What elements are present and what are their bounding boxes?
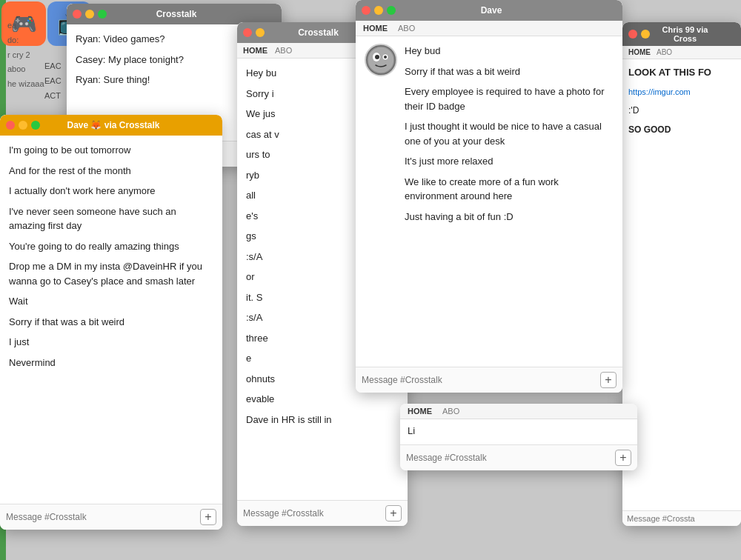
center-messages: Hey bud Sorry if that was a bit weird Ev… bbox=[356, 36, 622, 367]
bottom-plus[interactable]: + bbox=[615, 450, 631, 466]
mid-msg-16: evable bbox=[246, 392, 399, 407]
chris-msg-0: LOOK AT THIS FO bbox=[628, 65, 735, 80]
mid-input[interactable] bbox=[243, 508, 385, 519]
center-window: Dave HOME ABO Hey bud bbox=[356, 0, 622, 393]
close-btn-mid[interactable] bbox=[243, 28, 252, 37]
chris-window: Chris 99 via Cross HOME ABO LOOK AT THIS… bbox=[622, 22, 741, 526]
ryan-casey-titlebar: Crosstalk bbox=[67, 4, 282, 24]
dave-msg-3: I've never seen someone have such an ama… bbox=[9, 204, 213, 233]
center-msg-1: Sorry if that was a bit weird bbox=[405, 64, 614, 79]
nav-home-center[interactable]: HOME bbox=[363, 24, 388, 33]
dave-msg-2: I actually don't work here anymore bbox=[9, 184, 213, 199]
center-msg-4: It's just more relaxed bbox=[405, 154, 614, 169]
close-btn-dave[interactable] bbox=[6, 121, 15, 130]
mid-input-row: + bbox=[237, 500, 408, 526]
bottom-nav: HOME ABO bbox=[400, 404, 637, 419]
center-msg-6: Just having a bit of fun :D bbox=[405, 210, 614, 224]
min-btn-ryan[interactable] bbox=[85, 10, 94, 19]
avatar bbox=[365, 44, 397, 76]
close-btn-chris[interactable] bbox=[628, 30, 637, 39]
min-btn-center[interactable] bbox=[374, 6, 383, 15]
nav-abo-chris[interactable]: ABO bbox=[657, 48, 672, 56]
dave-msg-7: Sorry if that was a bit weird bbox=[9, 315, 213, 330]
chris-msg-3: SO GOOD bbox=[628, 123, 735, 136]
chris-title: Chris 99 via Cross bbox=[650, 25, 720, 43]
mid-msg-17: Dave in HR is still in bbox=[246, 413, 399, 427]
dave-input[interactable] bbox=[6, 512, 200, 522]
nav-abo-bottom[interactable]: ABO bbox=[442, 407, 459, 416]
eac-label-2: EAC bbox=[44, 74, 62, 89]
center-input-row: + bbox=[356, 367, 622, 393]
dave-msg-1: And for the rest of the month bbox=[9, 164, 213, 179]
max-btn-ryan[interactable] bbox=[98, 10, 107, 19]
center-plus[interactable]: + bbox=[600, 372, 617, 388]
min-btn-chris[interactable] bbox=[641, 30, 650, 39]
center-msg-3: I just thought it would be nice to have … bbox=[405, 119, 614, 148]
ryan-casey-title: Crosstalk bbox=[107, 9, 246, 19]
center-nav: HOME ABO bbox=[356, 21, 622, 36]
dave-plus[interactable]: + bbox=[200, 509, 216, 525]
dave-msg-9: Nevermind bbox=[9, 356, 213, 370]
window-controls-chris[interactable] bbox=[628, 30, 650, 39]
center-msg-0: Hey bud bbox=[405, 44, 614, 59]
dave-msg-4: You're going to do really amazing things bbox=[9, 239, 213, 254]
nav-abo-center[interactable]: ABO bbox=[398, 24, 415, 33]
svg-point-0 bbox=[368, 47, 394, 73]
nav-abo-mid[interactable]: ABO bbox=[275, 46, 292, 55]
center-title: Dave bbox=[396, 5, 587, 16]
bottom-input[interactable] bbox=[406, 453, 615, 463]
bottom-input-row: + bbox=[400, 444, 637, 470]
close-btn-center[interactable] bbox=[362, 6, 370, 15]
nav-home-bottom[interactable]: HOME bbox=[408, 407, 432, 416]
max-btn-center[interactable] bbox=[387, 6, 396, 15]
dave-messages: I'm going to be out tomorrow And for the… bbox=[0, 136, 222, 504]
center-msg-5: We like to create more of a fun work env… bbox=[405, 175, 614, 204]
dave-msg-8: I just bbox=[9, 335, 213, 350]
min-btn-dave[interactable] bbox=[19, 121, 27, 130]
min-btn-mid[interactable] bbox=[256, 28, 265, 37]
chris-titlebar: Chris 99 via Cross bbox=[622, 22, 741, 46]
close-btn-ryan[interactable] bbox=[73, 10, 82, 19]
eac-label-1: EAC bbox=[44, 59, 62, 74]
dave-msg-5: Drop me a DM in my insta @DaveinHR if yo… bbox=[9, 259, 213, 288]
max-btn-dave[interactable] bbox=[31, 121, 40, 130]
nav-home-chris[interactable]: HOME bbox=[628, 48, 651, 56]
bg-text: ea do: r cry 2 aboo he wizaaa bbox=[7, 19, 44, 92]
window-controls-center[interactable] bbox=[362, 6, 396, 15]
center-msg-with-avatar: Hey bud Sorry if that was a bit weird Ev… bbox=[365, 44, 614, 230]
mid-plus[interactable]: + bbox=[385, 505, 402, 521]
window-controls[interactable] bbox=[73, 10, 107, 19]
chris-msg-2: :'D bbox=[628, 104, 735, 117]
act-label: ACT bbox=[44, 89, 62, 104]
bottom-messages: Li Ex bbox=[400, 419, 637, 444]
dave-msg-6: Wait bbox=[9, 294, 213, 309]
nav-home-mid[interactable]: HOME bbox=[243, 46, 268, 55]
center-msg-2: Every employee is required to have a pho… bbox=[405, 84, 614, 113]
svg-point-4 bbox=[384, 56, 387, 59]
window-controls-dave[interactable] bbox=[6, 121, 40, 130]
dave-input-row: + bbox=[0, 504, 222, 530]
dave-title: Dave 🦊 via Crosstalk bbox=[40, 120, 187, 130]
window-controls-mid[interactable] bbox=[243, 28, 265, 37]
dave-window: Dave 🦊 via Crosstalk I'm going to be out… bbox=[0, 115, 222, 530]
bottom-msg-0: Li bbox=[408, 424, 630, 439]
chris-input[interactable] bbox=[627, 514, 737, 523]
chris-input-row bbox=[622, 510, 741, 526]
dave-msg-0: I'm going to be out tomorrow bbox=[9, 143, 213, 158]
chris-msg-1: https://imgur.com bbox=[628, 86, 735, 99]
bg-eac-labels: EAC EAC ACT bbox=[44, 59, 62, 103]
center-input[interactable] bbox=[362, 375, 600, 385]
center-msg-block: Hey bud Sorry if that was a bit weird Ev… bbox=[405, 44, 614, 230]
chris-nav: HOME ABO bbox=[622, 46, 741, 59]
dave-titlebar: Dave 🦊 via Crosstalk bbox=[0, 115, 222, 136]
svg-point-2 bbox=[375, 55, 379, 59]
center-titlebar: Dave bbox=[356, 0, 622, 21]
bottom-window: HOME ABO Li Ex + bbox=[400, 404, 637, 470]
chris-messages: LOOK AT THIS FO https://imgur.com :'D SO… bbox=[622, 59, 741, 510]
